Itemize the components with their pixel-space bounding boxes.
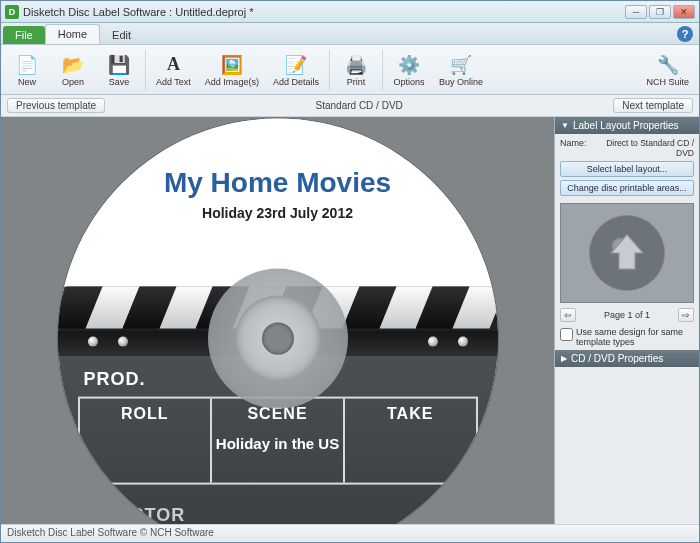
ribbon-toolbar: 📄 New 📂 Open 💾 Save A Add Text 🖼️ Add Im… [1,45,699,95]
add-images-button[interactable]: 🖼️ Add Image(s) [199,47,265,93]
disc-wrapper: My Home Movies Holiday 23rd July 2012 [58,118,498,524]
save-button[interactable]: 💾 Save [97,47,141,93]
slate-scene-cell: SCENE Holiday in the US [212,398,345,482]
status-text: Disketch Disc Label Software © NCH Softw… [7,527,214,538]
close-button[interactable]: ✕ [673,5,695,19]
new-button[interactable]: 📄 New [5,47,49,93]
previous-template-button[interactable]: Previous template [7,98,105,113]
label-layout-header[interactable]: ▼ Label Layout Properties [555,117,699,134]
separator [329,50,330,90]
add-details-button[interactable]: 📝 Add Details [267,47,325,93]
print-label: Print [347,77,366,87]
open-button[interactable]: 📂 Open [51,47,95,93]
print-button[interactable]: 🖨️ Print [334,47,378,93]
add-details-label: Add Details [273,77,319,87]
cd-dvd-properties-title: CD / DVD Properties [571,353,663,364]
title-bar: D Disketch Disc Label Software : Untitle… [1,1,699,23]
add-text-label: Add Text [156,77,191,87]
use-same-design-row: Use same design for same template types [555,324,699,350]
next-page-button[interactable]: ⇨ [678,308,694,322]
image-icon: 🖼️ [221,53,243,77]
main-area: My Home Movies Holiday 23rd July 2012 [1,117,699,524]
window-title: Disketch Disc Label Software : Untitled.… [23,6,625,18]
template-bar: Previous template Standard CD / DVD Next… [1,95,699,117]
up-arrow-icon [604,230,650,276]
properties-panel: ▼ Label Layout Properties Name: Direct t… [554,117,699,524]
app-window: D Disketch Disc Label Software : Untitle… [0,0,700,543]
suite-icon: 🔧 [657,53,679,77]
options-button[interactable]: ⚙️ Options [387,47,431,93]
slate-roll-label: ROLL [80,404,211,422]
text-icon: A [167,53,180,77]
separator [382,50,383,90]
tab-home[interactable]: Home [45,24,100,44]
slate-scene-value[interactable]: Holiday in the US [212,434,343,451]
help-icon[interactable]: ? [677,26,693,42]
select-label-layout-button[interactable]: Select label layout... [560,161,694,177]
options-label: Options [393,77,424,87]
disc-subtitle[interactable]: Holiday 23rd July 2012 [58,204,498,220]
tab-file[interactable]: File [3,26,45,44]
slate-prod-label: PROD. [84,368,146,389]
cart-icon: 🛒 [450,53,472,77]
add-images-label: Add Image(s) [205,77,259,87]
open-icon: 📂 [62,53,84,77]
add-text-button[interactable]: A Add Text [150,47,197,93]
next-template-button[interactable]: Next template [613,98,693,113]
details-icon: 📝 [285,53,307,77]
slate-roll-cell: ROLL [80,398,213,482]
status-bar: Disketch Disc Label Software © NCH Softw… [1,524,699,542]
print-icon: 🖨️ [345,53,367,77]
tab-edit[interactable]: Edit [100,26,143,44]
design-canvas[interactable]: My Home Movies Holiday 23rd July 2012 [1,117,554,524]
label-layout-body: Name: Direct to Standard CD / DVD Select… [555,134,699,200]
template-name: Standard CD / DVD [105,100,613,111]
open-label: Open [62,77,84,87]
disc-hole [262,322,294,354]
disc-title[interactable]: My Home Movies [58,166,498,198]
new-label: New [18,77,36,87]
chevron-down-icon: ▼ [561,121,569,130]
buy-online-button[interactable]: 🛒 Buy Online [433,47,489,93]
layout-preview [560,203,694,303]
slate-take-cell: TAKE [345,398,476,482]
app-icon: D [5,5,19,19]
slate-director-label: DIRECTOR [84,504,186,524]
use-same-design-checkbox[interactable] [560,328,573,341]
chevron-right-icon: ▶ [561,354,567,363]
name-label: Name: [560,138,587,158]
buy-online-label: Buy Online [439,77,483,87]
new-icon: 📄 [16,53,38,77]
slate-take-label: TAKE [345,404,476,422]
page-navigator: ⇦ Page 1 of 1 ⇨ [555,306,699,324]
name-value: Direct to Standard CD / DVD [587,138,694,158]
page-indicator: Page 1 of 1 [604,310,650,320]
change-printable-areas-button[interactable]: Change disc printable areas... [560,180,694,196]
save-icon: 💾 [108,53,130,77]
slate-row: ROLL SCENE Holiday in the US TAKE [78,396,478,484]
minimize-button[interactable]: ─ [625,5,647,19]
options-icon: ⚙️ [398,53,420,77]
name-row: Name: Direct to Standard CD / DVD [560,138,694,158]
window-buttons: ─ ❐ ✕ [625,5,695,19]
separator [145,50,146,90]
maximize-button[interactable]: ❐ [649,5,671,19]
nch-suite-label: NCH Suite [646,77,689,87]
prev-page-button[interactable]: ⇦ [560,308,576,322]
label-layout-title: Label Layout Properties [573,120,679,131]
disc-label[interactable]: My Home Movies Holiday 23rd July 2012 [58,118,498,524]
cd-dvd-properties-header[interactable]: ▶ CD / DVD Properties [555,350,699,367]
use-same-design-label: Use same design for same template types [576,327,694,347]
nch-suite-button[interactable]: 🔧 NCH Suite [640,47,695,93]
save-label: Save [109,77,130,87]
menu-tabs: File Home Edit ? [1,23,699,45]
